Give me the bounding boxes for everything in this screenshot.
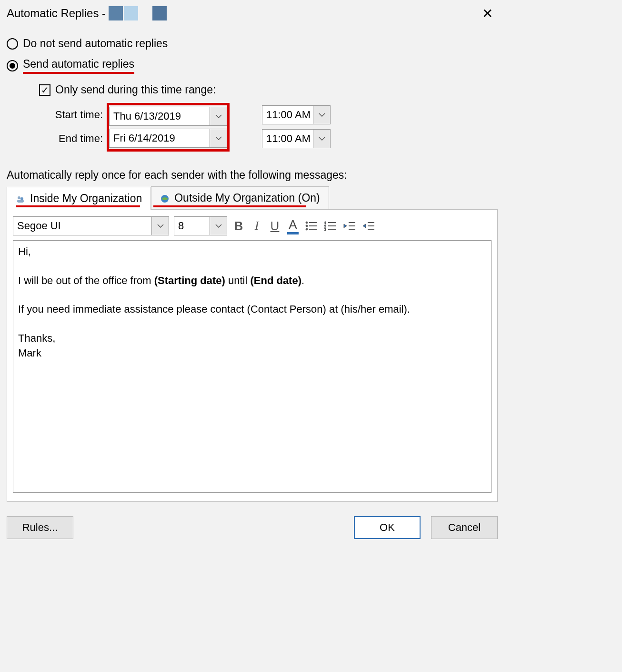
start-date-picker[interactable]: Thu 6/13/2019 [109, 107, 227, 126]
tabs: Inside My Organization Outside My Organi… [7, 186, 498, 209]
reply-description: Automatically reply once for each sender… [7, 169, 498, 182]
bold-button[interactable]: B [232, 219, 245, 233]
time-range-grid: Start time: End time: Thu 6/13/2019 [45, 103, 498, 152]
combo-value: 11:00 AM [262, 132, 313, 145]
chevron-down-icon [210, 217, 227, 235]
color-swatch [287, 232, 299, 234]
svg-text:3: 3 [324, 228, 326, 231]
svg-text:1: 1 [324, 221, 326, 224]
radio-no-send[interactable]: Do not send automatic replies [7, 37, 498, 50]
cancel-button[interactable]: Cancel [431, 516, 498, 539]
chevron-down-icon [151, 217, 169, 235]
globe-icon [160, 193, 170, 203]
ok-button[interactable]: OK [354, 516, 421, 539]
end-date-picker[interactable]: Fri 6/14/2019 [109, 129, 227, 148]
combo-value: Thu 6/13/2019 [110, 110, 210, 122]
checkbox-time-range[interactable]: ✓ Only send during this time range: [39, 83, 498, 96]
combo-value: 8 [174, 220, 210, 232]
font-size-picker[interactable]: 8 [174, 216, 227, 235]
svg-rect-2 [17, 200, 24, 203]
editor-toolbar: Segoe UI 8 B I U A [13, 216, 492, 235]
people-icon [16, 194, 25, 204]
numbered-list-button[interactable]: 1 2 3 [323, 219, 338, 233]
dialog-footer: Rules... OK Cancel [7, 516, 498, 539]
combo-value: 11:00 AM [262, 109, 313, 121]
editor-panel: Segoe UI 8 B I U A [7, 209, 498, 502]
message-line: Mark [18, 346, 486, 360]
radio-label: Do not send automatic replies [23, 37, 168, 50]
end-time-label: End time: [45, 132, 107, 145]
title-color-square-3 [152, 6, 167, 20]
chevron-down-icon [210, 129, 227, 147]
start-time-picker[interactable]: 11:00 AM [262, 105, 331, 124]
dialog-title: Automatic Replies - [7, 7, 106, 20]
title-color-square-1 [109, 6, 123, 20]
tab-label: Inside My Organization [30, 192, 142, 205]
message-line: If you need immediate assistance please … [18, 302, 486, 316]
automatic-replies-dialog: Automatic Replies - ✕ Do not send automa… [0, 0, 504, 549]
font-family-picker[interactable]: Segoe UI [13, 216, 169, 235]
radio-label: Send automatic replies [23, 58, 134, 74]
svg-point-0 [18, 196, 20, 199]
radio-icon [7, 38, 18, 50]
tab-label: Outside My Organization (On) [174, 192, 320, 204]
message-line: I will be out of the office from (Starti… [18, 274, 486, 288]
annotation-underline [16, 205, 140, 207]
message-line: Thanks, [18, 331, 486, 346]
svg-point-6 [306, 225, 308, 227]
svg-point-8 [306, 228, 308, 230]
start-time-label: Start time: [45, 109, 107, 121]
end-time-picker[interactable]: 11:00 AM [262, 129, 331, 148]
rules-button[interactable]: Rules... [7, 516, 73, 539]
annotation-underline [153, 205, 306, 207]
title-color-square-2 [124, 6, 138, 20]
title-bar: Automatic Replies - ✕ [7, 0, 498, 24]
indent-button[interactable] [361, 219, 376, 233]
underline-button[interactable]: U [268, 219, 281, 233]
radio-send[interactable]: Send automatic replies [7, 58, 498, 74]
letter-a-icon: A [289, 217, 297, 232]
svg-point-4 [306, 222, 308, 224]
chevron-down-icon [313, 106, 330, 124]
chevron-down-icon [313, 130, 330, 148]
date-pickers-highlight: Thu 6/13/2019 Fri 6/14/2019 [107, 103, 230, 152]
message-line: Hi, [18, 244, 486, 259]
chevron-down-icon [210, 107, 227, 125]
checkbox-icon: ✓ [39, 84, 50, 96]
combo-value: Segoe UI [13, 220, 151, 232]
bullet-list-button[interactable] [304, 219, 319, 233]
close-button[interactable]: ✕ [477, 6, 498, 21]
font-color-button[interactable]: A [286, 217, 300, 234]
outdent-button[interactable] [342, 219, 357, 233]
checkbox-label: Only send during this time range: [55, 83, 216, 96]
message-textarea[interactable]: Hi, I will be out of the office from (St… [13, 240, 492, 493]
combo-value: Fri 6/14/2019 [110, 132, 210, 144]
radio-icon [7, 60, 18, 71]
italic-button[interactable]: I [250, 219, 263, 233]
svg-text:2: 2 [324, 224, 326, 228]
